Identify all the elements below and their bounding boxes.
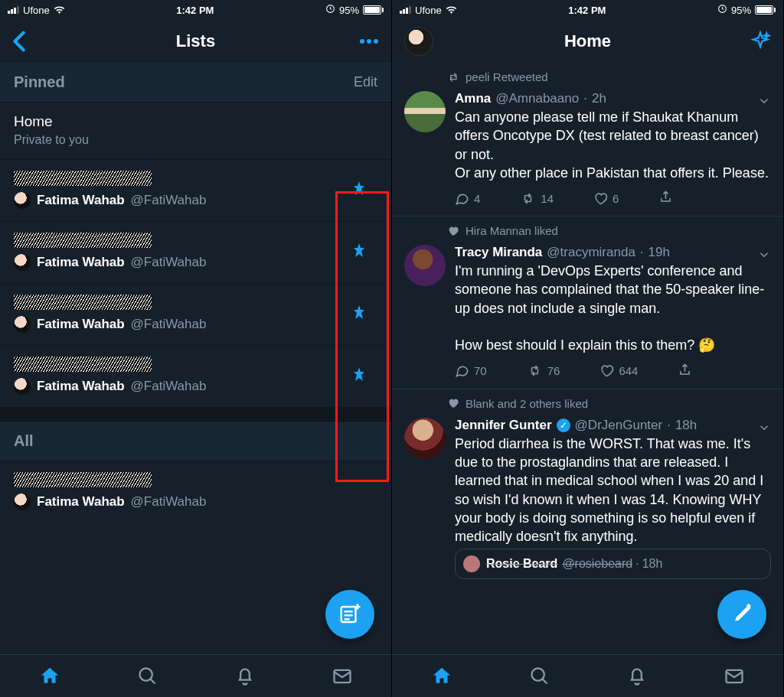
battery-icon [363,5,384,15]
list-owner: Fatima Wahab @FatiWahab [14,493,377,510]
all-section-header: All [0,422,391,461]
redacted-title [14,295,152,310]
retweet-icon [447,71,459,83]
signal-icon [8,6,19,14]
tab-messages[interactable] [332,666,353,687]
carrier-label: Ufone [415,5,442,16]
tab-search[interactable] [529,666,550,687]
tweet-text: Can anyone please tell me if Shaukat Kha… [455,108,771,182]
svg-point-3 [374,39,378,44]
back-button[interactable] [12,31,26,52]
more-button[interactable] [359,38,379,44]
like-button[interactable]: 644 [599,363,638,378]
nav-header: Home [392,20,783,63]
tweet-actions: 4 14 6 [455,190,771,207]
pin-icon[interactable] [350,364,368,389]
avatar [404,27,433,56]
all-label: All [14,432,34,450]
svg-line-17 [542,679,547,683]
tweet-author-name[interactable]: Amna [455,91,491,106]
tab-messages[interactable] [724,666,745,687]
reply-button[interactable]: 70 [455,363,487,378]
redacted-title [14,472,152,487]
page-title: Home [392,31,783,51]
pin-icon[interactable] [350,178,368,203]
tab-home[interactable] [38,665,61,688]
like-button[interactable]: 6 [593,191,619,206]
svg-point-10 [139,668,152,680]
list-item[interactable]: Fatima Wahab @FatiWahab [0,222,391,284]
tweet-avatar[interactable] [404,418,446,459]
page-title: Lists [0,31,391,51]
share-button[interactable] [658,190,673,207]
tab-search[interactable] [137,666,158,687]
tweet-text: I'm running a 'DevOps Experts' conferenc… [455,262,771,354]
retweet-button[interactable]: 76 [527,363,560,378]
heart-icon [447,225,459,237]
owner-avatar [14,378,31,395]
tweet-actions: 70 76 644 [455,363,771,379]
tab-bar [392,654,783,697]
svg-point-16 [531,668,544,680]
svg-point-1 [360,39,364,44]
list-owner: Fatima Wahab @FatiWahab [14,378,377,395]
tab-bar [0,654,391,697]
tweet-time: 18h [675,418,697,433]
tweet-author-name[interactable]: Tracy Miranda [455,245,542,260]
tweet-author-handle[interactable]: @tracymiranda [547,245,635,260]
list-owner: Fatima Wahab @FatiWahab [14,192,377,209]
list-subtitle: Private to you [14,133,377,147]
status-bar: Ufone 1:42 PM 95% [0,0,391,20]
reply-button[interactable]: 4 [455,191,480,206]
owner-avatar [14,493,31,510]
tweet[interactable]: Amna @Amnabaano · 2h Can anyone please t… [392,86,783,217]
tweet-caret[interactable] [757,248,771,265]
tab-notifications[interactable] [626,666,648,687]
pin-icon[interactable] [350,240,368,265]
list-item[interactable]: Fatima Wahab @FatiWahab [0,346,391,408]
owner-avatar [14,192,31,209]
verified-badge-icon: ✓ [557,419,570,432]
pin-icon[interactable] [350,302,368,327]
tweet-avatar[interactable] [404,91,446,132]
list-item[interactable]: Fatima Wahab @FatiWahab [0,461,391,523]
battery-percent: 95% [731,5,751,16]
social-context: Blank and 2 others liked [392,389,783,413]
new-list-fab[interactable] [325,590,374,639]
list-item[interactable]: Fatima Wahab @FatiWahab [0,284,391,346]
tweet-caret[interactable] [757,94,771,111]
tweet[interactable]: Tracy Miranda @tracymiranda · 19h I'm ru… [392,240,783,389]
battery-percent: 95% [339,5,359,16]
heart-icon [447,397,459,409]
tab-home[interactable] [430,665,453,688]
owner-avatar [14,254,31,271]
redacted-title [14,171,152,186]
tab-notifications[interactable] [234,666,256,687]
profile-avatar-button[interactable] [404,27,433,56]
status-bar: Ufone 1:42 PM 95% [392,0,783,20]
list-item[interactable]: Fatima Wahab @FatiWahab [0,160,391,222]
avatar [463,555,480,572]
sparkle-button[interactable] [750,31,771,52]
clock-label: 1:42 PM [176,5,214,16]
edit-button[interactable]: Edit [354,74,377,90]
list-item-home[interactable]: Home Private to you [0,103,391,160]
retweet-button[interactable]: 14 [520,191,554,206]
tweet-author-handle[interactable]: @Amnabaano [495,91,579,106]
tweet-caret[interactable] [757,421,771,438]
tweet[interactable]: Jennifer Gunter ✓ @DrJenGunter · 18h Per… [392,413,783,549]
tweet-time: 19h [648,245,670,260]
tweet-author-name[interactable]: Jennifer Gunter [455,418,552,433]
list-owner: Fatima Wahab @FatiWahab [14,316,377,333]
pinned-section-header: Pinned Edit [0,63,391,103]
svg-point-2 [367,39,371,44]
battery-icon [755,5,776,15]
rotation-lock-icon [717,4,727,16]
compose-fab[interactable] [717,590,766,639]
carrier-label: Ufone [23,5,50,16]
tweet-author-handle[interactable]: @DrJenGunter [575,418,663,433]
share-button[interactable] [678,363,692,379]
lists-screen: Ufone 1:42 PM 95% Lists Pinned Edit [0,0,392,697]
quoted-tweet-preview[interactable]: Rosie Beard @rosiebeard · 18h [455,549,771,579]
tweet-avatar[interactable] [404,245,446,286]
